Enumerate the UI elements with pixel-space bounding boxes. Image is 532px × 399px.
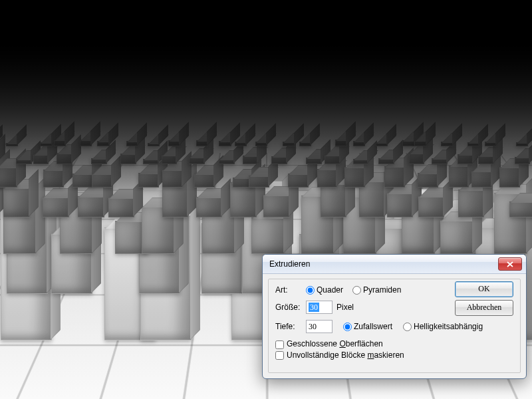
titlebar[interactable]: Extrudieren	[263, 255, 526, 274]
checkbox-closed-surfaces[interactable]: Geschlossene Oberflächen	[275, 339, 383, 348]
extrude-dialog: Extrudieren OK Abbrechen Art: Quader Pyr…	[262, 254, 527, 379]
depth-input[interactable]: 30	[306, 320, 332, 333]
close-icon	[507, 261, 513, 267]
radio-pyramiden[interactable]: Pyramiden	[352, 285, 401, 295]
radio-brightness[interactable]: Helligkeitsabhängig	[403, 322, 483, 331]
dialog-title: Extrudieren	[269, 259, 310, 269]
checkbox-mask-incomplete[interactable]: Unvollständige Blöcke maskieren	[275, 350, 404, 360]
type-label: Art:	[275, 285, 302, 295]
cancel-button[interactable]: Abbrechen	[455, 300, 513, 316]
ok-button[interactable]: OK	[455, 281, 513, 297]
size-input[interactable]: 30	[306, 301, 332, 314]
radio-quader[interactable]: Quader	[306, 285, 343, 295]
radio-random[interactable]: Zufallswert	[343, 322, 392, 331]
depth-label: Tiefe:	[275, 322, 302, 331]
size-label: Größe:	[275, 303, 302, 312]
dialog-panel: OK Abbrechen Art: Quader Pyramiden Größe…	[268, 279, 521, 373]
close-button[interactable]	[498, 257, 522, 271]
size-unit: Pixel	[336, 303, 354, 312]
